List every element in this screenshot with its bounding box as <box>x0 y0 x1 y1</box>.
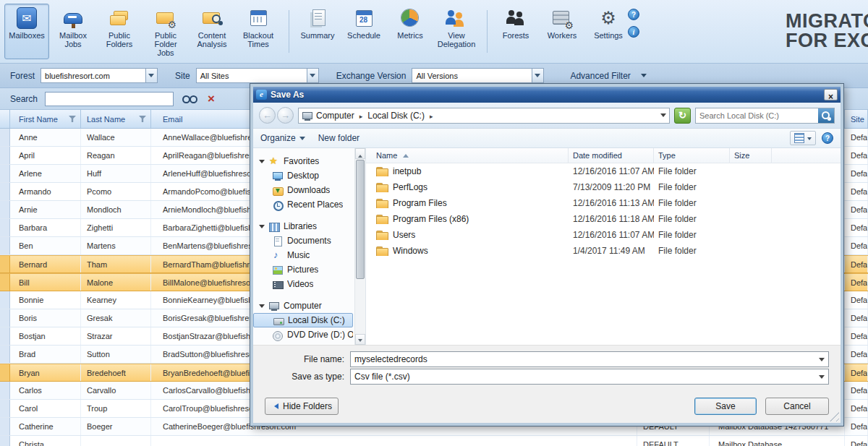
tree-item[interactable] <box>253 212 353 219</box>
file-row[interactable]: inetpub 12/16/2016 11:07 AM File folder <box>366 163 841 179</box>
help-icon[interactable] <box>822 132 833 144</box>
cancel-button[interactable]: Cancel <box>765 398 829 415</box>
table-row[interactable]: Christa DEFAULT Mailbox Database Default <box>0 436 868 446</box>
binoculars-find-icon[interactable] <box>181 93 198 106</box>
row-indicator[interactable] <box>0 165 10 182</box>
tree-item[interactable]: Documents <box>253 233 353 248</box>
chevron-down-icon[interactable] <box>307 69 318 82</box>
column-header-first-name[interactable]: First Name <box>10 110 81 128</box>
back-button[interactable] <box>259 107 276 124</box>
tree-item[interactable]: DVD Drive (D:) OFF <box>253 327 353 342</box>
row-indicator[interactable] <box>0 256 10 273</box>
tree-item[interactable]: Favorites <box>253 154 353 168</box>
toolbar-button[interactable]: Mailboxes <box>4 4 49 59</box>
toolbar-button[interactable]: Schedule <box>341 4 386 59</box>
row-indicator[interactable] <box>0 418 10 435</box>
row-indicator[interactable] <box>0 309 10 327</box>
chevron-down-icon[interactable] <box>660 113 666 120</box>
hide-folders-button[interactable]: Hide Folders <box>265 398 339 415</box>
row-indicator[interactable] <box>0 346 10 363</box>
scroll-down-arrow-icon[interactable] <box>355 334 365 345</box>
scroll-up-arrow-icon[interactable] <box>355 148 365 159</box>
forest-select[interactable]: bluefishresort.com <box>41 68 158 83</box>
breadcrumb-item[interactable]: Local Disk (C:) <box>367 111 438 121</box>
toolbar-button[interactable]: Summary <box>295 4 340 59</box>
row-indicator[interactable] <box>0 129 10 146</box>
filter-funnel-icon[interactable] <box>139 116 146 122</box>
tree-item[interactable]: Pictures <box>253 262 353 277</box>
help-icon[interactable] <box>628 9 639 20</box>
file-row[interactable]: Users 12/16/2016 11:07 AM File folder <box>366 227 841 243</box>
column-header-type[interactable]: Type <box>654 148 730 163</box>
row-indicator[interactable] <box>0 382 10 399</box>
column-header-last-name[interactable]: Last Name <box>81 110 151 128</box>
search-icon[interactable] <box>818 108 834 123</box>
toolbar-button[interactable]: Settings <box>586 4 631 59</box>
breadcrumb[interactable]: ComputerLocal Disk (C:) <box>298 108 670 124</box>
tree-item[interactable]: Downloads <box>253 183 353 197</box>
new-folder-button[interactable]: New folder <box>318 133 359 143</box>
row-indicator[interactable] <box>0 400 10 417</box>
site-select[interactable]: All Sites <box>196 68 319 83</box>
dialog-titlebar[interactable]: Save As <box>253 87 841 103</box>
column-header-date-modified[interactable]: Date modified <box>569 148 654 163</box>
file-row[interactable]: PerfLogs 7/13/2009 11:20 PM File folder <box>366 179 841 195</box>
tree-item[interactable]: Videos <box>253 277 353 291</box>
tree-item[interactable]: Music <box>253 248 353 262</box>
tree-scrollbar[interactable] <box>354 148 365 345</box>
toolbar-button[interactable]: Blackout Times <box>236 4 281 59</box>
close-icon[interactable] <box>824 89 838 100</box>
toolbar-button[interactable]: Mailbox Jobs <box>51 4 95 59</box>
row-indicator[interactable] <box>0 274 10 291</box>
info-icon[interactable] <box>628 26 639 38</box>
file-row[interactable]: Windows 1/4/2017 11:49 AM File folder <box>366 243 841 259</box>
views-button[interactable] <box>790 131 816 145</box>
scrollbar-thumb[interactable] <box>356 160 365 279</box>
advanced-filter-dropdown[interactable]: Advanced Filter <box>570 71 646 81</box>
toolbar-button[interactable]: Workers <box>540 4 584 59</box>
clear-search-icon[interactable] <box>205 93 217 106</box>
toolbar-button[interactable]: View Delegation <box>434 4 479 59</box>
chevron-down-icon[interactable] <box>145 69 157 82</box>
row-indicator[interactable] <box>0 237 10 254</box>
row-indicator[interactable] <box>0 327 10 345</box>
chevron-down-icon[interactable] <box>819 375 825 382</box>
row-indicator[interactable] <box>0 436 10 446</box>
save-type-select[interactable]: Csv file (*.csv) <box>350 369 829 385</box>
tree-item[interactable]: Desktop <box>253 168 353 183</box>
filter-funnel-icon[interactable] <box>69 116 76 122</box>
forward-button[interactable] <box>277 107 294 124</box>
dialog-search-box[interactable]: Search Local Disk (C:) <box>695 108 835 124</box>
last-name-cell: Gresak <box>81 309 151 327</box>
tree-item[interactable]: Local Disk (C:) <box>253 313 353 327</box>
column-header-size[interactable]: Size <box>730 148 772 163</box>
row-indicator[interactable] <box>0 364 10 381</box>
tree-item[interactable]: Computer <box>253 299 353 313</box>
file-name-input[interactable]: myselectedrecords <box>350 351 829 367</box>
tree-item[interactable] <box>253 291 353 299</box>
tree-item[interactable]: Libraries <box>253 219 353 233</box>
row-indicator[interactable] <box>0 201 10 218</box>
column-header-name[interactable]: Name <box>366 148 569 163</box>
toolbar-button[interactable]: Forests <box>493 4 538 59</box>
toolbar-button[interactable]: Metrics <box>388 4 433 59</box>
exchange-version-select[interactable]: All Versions <box>412 68 544 83</box>
refresh-button[interactable] <box>674 108 691 124</box>
column-header-site[interactable]: Site <box>845 110 868 128</box>
row-indicator[interactable] <box>0 291 10 309</box>
row-indicator[interactable] <box>0 147 10 164</box>
file-row[interactable]: Program Files (x86) 12/16/2016 11:18 AM … <box>366 211 841 227</box>
breadcrumb-item[interactable]: Computer <box>316 111 367 121</box>
file-row[interactable]: Program Files 12/16/2016 11:13 AM File f… <box>366 195 841 211</box>
save-button[interactable]: Save <box>694 398 757 415</box>
toolbar-button[interactable]: Public Folders <box>97 4 142 59</box>
toolbar-button[interactable]: Content Analysis <box>190 4 234 59</box>
search-input[interactable] <box>45 92 174 106</box>
chevron-down-icon[interactable] <box>532 69 543 82</box>
row-indicator[interactable] <box>0 219 10 236</box>
toolbar-button[interactable]: Public Folder Jobs <box>143 4 188 59</box>
tree-item[interactable]: Recent Places <box>253 197 353 212</box>
chevron-down-icon[interactable] <box>819 358 825 364</box>
organize-menu[interactable]: Organize <box>260 133 305 143</box>
row-indicator[interactable] <box>0 183 10 200</box>
